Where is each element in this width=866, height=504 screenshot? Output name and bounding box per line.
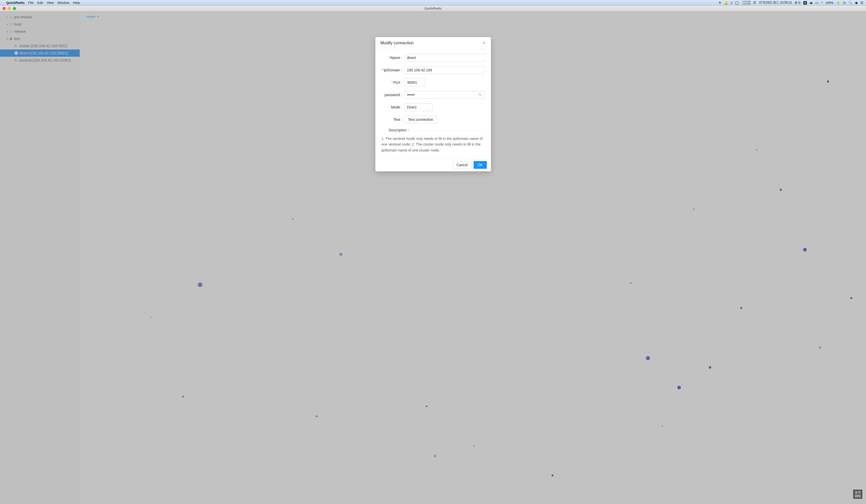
weather[interactable]: 多云	[795, 1, 801, 5]
display-icon[interactable]: ▭	[815, 1, 818, 5]
plane-icon[interactable]: ✈	[719, 1, 721, 5]
mode-select[interactable]: Direct ⌄	[404, 103, 433, 111]
network-speed: ↑ 0.5 K/s ↓ 0.0 K/s	[742, 1, 751, 5]
menu-window[interactable]: Window	[57, 1, 69, 5]
label-password: password	[385, 93, 400, 97]
label-test: Test	[393, 117, 400, 122]
port-input[interactable]	[404, 79, 426, 86]
control-center-icon[interactable]: ☰	[860, 1, 863, 5]
label-name: Name	[390, 56, 400, 60]
clock-icon[interactable]: ◷	[843, 1, 846, 5]
upgrade-badge[interactable]: 去升 级啦	[853, 490, 862, 499]
ok-button[interactable]: OK	[474, 161, 487, 169]
window-titlebar: QuickRedis	[0, 5, 866, 11]
test-connection-button[interactable]: Test connection	[404, 116, 437, 123]
spotlight-icon[interactable]: 🔍	[848, 1, 852, 5]
app-menu[interactable]: QuickRedis	[6, 1, 25, 5]
eject-icon[interactable]: ⏏	[810, 1, 813, 5]
cancel-button[interactable]: Cancel	[453, 161, 472, 169]
label-port: Port	[393, 80, 400, 85]
calendar-icon[interactable]: 🗓	[753, 1, 756, 5]
circle-icon[interactable]: ◯	[735, 1, 739, 5]
modal-title: Modify connection	[380, 41, 414, 45]
mode-value: Direct	[407, 105, 417, 109]
menu-help[interactable]: Help	[73, 1, 80, 5]
eye-invisible-icon[interactable]	[478, 92, 482, 98]
bell-icon[interactable]: 🔔	[724, 1, 728, 5]
modify-connection-modal: Modify connection ✕ *Name : *Ip/Domain :	[375, 37, 491, 171]
battery-small-icon[interactable]: ▯	[731, 1, 732, 5]
battery-percent[interactable]: 100%	[825, 1, 833, 5]
name-input[interactable]	[404, 54, 485, 61]
mac-menubar: QuickRedis File Edit View Window Help ✈ …	[0, 0, 866, 5]
ipdomain-input[interactable]	[404, 66, 485, 74]
window-title: QuickRedis	[0, 7, 866, 10]
modal-mask[interactable]: Modify connection ✕ *Name : *Ip/Domain :	[0, 11, 866, 504]
menu-edit[interactable]: Edit	[37, 1, 43, 5]
wifi-icon[interactable]: ⌔	[821, 1, 823, 5]
description-text: 1. The sentinel mode only needs to fill …	[381, 136, 485, 156]
close-icon[interactable]: ✕	[482, 41, 486, 45]
menu-file[interactable]: File	[29, 1, 34, 5]
password-input[interactable]	[404, 91, 485, 99]
label-mode: Mode	[391, 105, 400, 109]
battery-icon[interactable]: 🔋	[836, 1, 840, 5]
label-ipdomain: Ip/Domain	[384, 68, 400, 72]
menu-view[interactable]: View	[47, 1, 54, 5]
label-description: Description：	[381, 128, 410, 133]
input-method-icon[interactable]: A	[803, 1, 807, 5]
chevron-down-icon: ⌄	[428, 106, 430, 109]
datetime[interactable]: 07月29日 周三 23:55:31	[759, 1, 792, 5]
siri-icon[interactable]: ◉	[855, 1, 858, 5]
